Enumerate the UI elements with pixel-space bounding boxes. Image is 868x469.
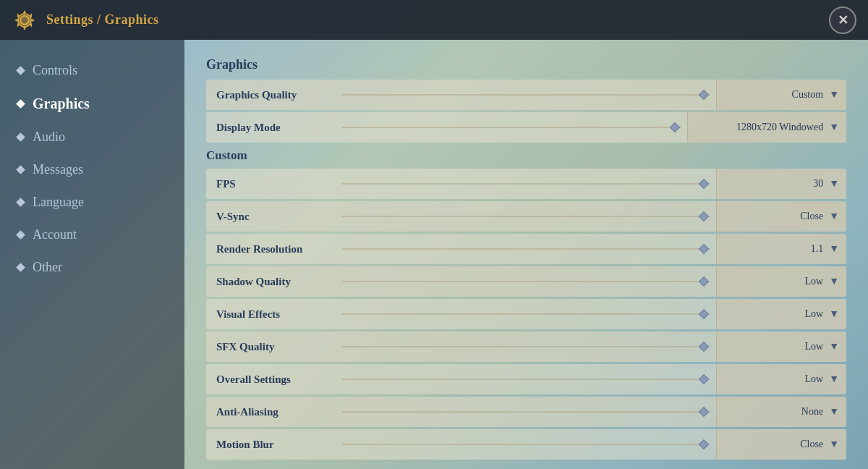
sidebar-item-controls[interactable]: Controls [0, 54, 184, 87]
anti-aliasing-value-area[interactable]: None ▼ [716, 397, 846, 427]
slider-track [342, 444, 710, 445]
slider-track [342, 281, 710, 282]
shadow-quality-row[interactable]: Shadow Quality Low ▼ [206, 266, 846, 297]
render-resolution-value: 1.1 [811, 243, 824, 255]
overall-settings-row[interactable]: Overall Settings Low ▼ [206, 364, 846, 394]
slider-handle [699, 439, 709, 449]
vsync-value: Close [800, 211, 823, 222]
sidebar-item-other[interactable]: Other [0, 251, 184, 284]
sfx-quality-label: SFX Quality [206, 341, 336, 353]
slider-handle [699, 244, 709, 254]
graphics-section-title: Graphics [206, 57, 846, 72]
sfx-quality-value-area[interactable]: Low ▼ [716, 331, 846, 362]
graphics-quality-row[interactable]: Graphics Quality Custom ▼ [206, 80, 846, 110]
sidebar-item-messages[interactable]: Messages [0, 153, 184, 186]
visual-effects-value: Low [804, 308, 823, 320]
dropdown-arrow-icon: ▼ [829, 211, 839, 222]
render-resolution-label: Render Resolution [206, 243, 336, 255]
slider-handle [699, 309, 709, 319]
display-mode-row[interactable]: Display Mode 1280x720 Windowed ▼ [206, 112, 846, 143]
overall-settings-value: Low [804, 373, 823, 385]
shadow-quality-slider [336, 266, 716, 297]
sidebar-label-other: Other [33, 260, 62, 275]
display-mode-label: Display Mode [206, 122, 336, 134]
graphics-quality-value: Custom [792, 89, 824, 101]
titlebar: Settings / Graphics ✕ [0, 0, 868, 40]
close-button[interactable]: ✕ [829, 7, 856, 34]
visual-effects-row[interactable]: Visual Effects Low ▼ [206, 299, 846, 329]
graphics-quality-label: Graphics Quality [206, 89, 336, 101]
svg-point-2 [21, 17, 28, 24]
sidebar-label-audio: Audio [33, 130, 65, 145]
dropdown-arrow-icon: ▼ [829, 89, 839, 101]
bullet-icon [16, 165, 25, 174]
shadow-quality-value: Low [804, 276, 823, 287]
sidebar-label-messages: Messages [33, 162, 83, 177]
sidebar-label-graphics: Graphics [33, 96, 90, 112]
anti-aliasing-row[interactable]: Anti-Aliasing None ▼ [206, 397, 846, 427]
display-mode-value: 1280x720 Windowed [736, 122, 823, 133]
bullet-icon [16, 66, 25, 75]
motion-blur-label: Motion Blur [206, 439, 336, 451]
shadow-quality-label: Shadow Quality [206, 276, 336, 288]
visual-effects-label: Visual Effects [206, 308, 336, 321]
sidebar-label-account: Account [33, 227, 77, 242]
gear-icon [12, 7, 38, 33]
dropdown-arrow-icon: ▼ [829, 178, 839, 190]
slider-track [342, 183, 710, 185]
sidebar-item-account[interactable]: Account [0, 219, 184, 251]
vsync-slider [336, 201, 716, 232]
anti-aliasing-slider [336, 397, 716, 427]
bullet-icon [16, 132, 25, 142]
vsync-value-area[interactable]: Close ▼ [716, 201, 846, 232]
slider-track [342, 216, 710, 217]
slider-track [342, 248, 710, 250]
sidebar: Controls Graphics Audio Messages Languag… [0, 40, 184, 469]
display-mode-value-area[interactable]: 1280x720 Windowed ▼ [687, 112, 846, 143]
fps-slider [336, 169, 716, 199]
dropdown-arrow-icon: ▼ [829, 439, 839, 450]
overall-settings-value-area[interactable]: Low ▼ [716, 364, 846, 394]
sidebar-item-graphics[interactable]: Graphics [0, 87, 184, 121]
dropdown-arrow-icon: ▼ [829, 122, 839, 133]
graphics-quality-value-area[interactable]: Custom ▼ [716, 80, 846, 110]
sidebar-label-language: Language [33, 195, 84, 210]
overall-settings-label: Overall Settings [206, 373, 336, 386]
display-mode-slider [336, 112, 687, 143]
slider-track [342, 127, 681, 128]
bullet-icon [16, 198, 25, 207]
slider-track [342, 94, 710, 96]
motion-blur-value-area[interactable]: Close ▼ [716, 429, 846, 460]
slider-handle [699, 407, 709, 417]
visual-effects-value-area[interactable]: Low ▼ [716, 299, 846, 329]
sfx-quality-row[interactable]: SFX Quality Low ▼ [206, 331, 846, 362]
slider-track [342, 411, 710, 413]
slider-handle [699, 342, 709, 352]
anti-aliasing-label: Anti-Aliasing [206, 406, 336, 418]
fps-value: 30 [813, 178, 823, 190]
main-container: Controls Graphics Audio Messages Languag… [0, 40, 868, 469]
vsync-row[interactable]: V-Sync Close ▼ [206, 201, 846, 232]
sidebar-label-controls: Controls [33, 63, 77, 78]
overall-settings-slider [336, 364, 716, 394]
shadow-quality-value-area[interactable]: Low ▼ [716, 266, 846, 297]
fps-value-area[interactable]: 30 ▼ [716, 169, 846, 199]
slider-track [342, 346, 710, 347]
render-resolution-row[interactable]: Render Resolution 1.1 ▼ [206, 234, 846, 264]
sidebar-item-language[interactable]: Language [0, 186, 184, 219]
motion-blur-row[interactable]: Motion Blur Close ▼ [206, 429, 846, 460]
fps-label: FPS [206, 178, 336, 190]
render-resolution-value-area[interactable]: 1.1 ▼ [716, 234, 846, 264]
anti-aliasing-value: None [801, 406, 823, 418]
slider-handle [699, 374, 709, 384]
slider-handle [699, 211, 709, 221]
slider-handle [699, 276, 709, 287]
motion-blur-slider [336, 429, 716, 460]
dropdown-arrow-icon: ▼ [829, 276, 839, 287]
titlebar-title: Settings / Graphics [46, 12, 159, 28]
sidebar-item-audio[interactable]: Audio [0, 121, 184, 153]
fps-row[interactable]: FPS 30 ▼ [206, 169, 846, 199]
sfx-quality-value: Low [804, 341, 823, 352]
bullet-icon [16, 263, 25, 272]
graphics-quality-slider [336, 80, 716, 110]
